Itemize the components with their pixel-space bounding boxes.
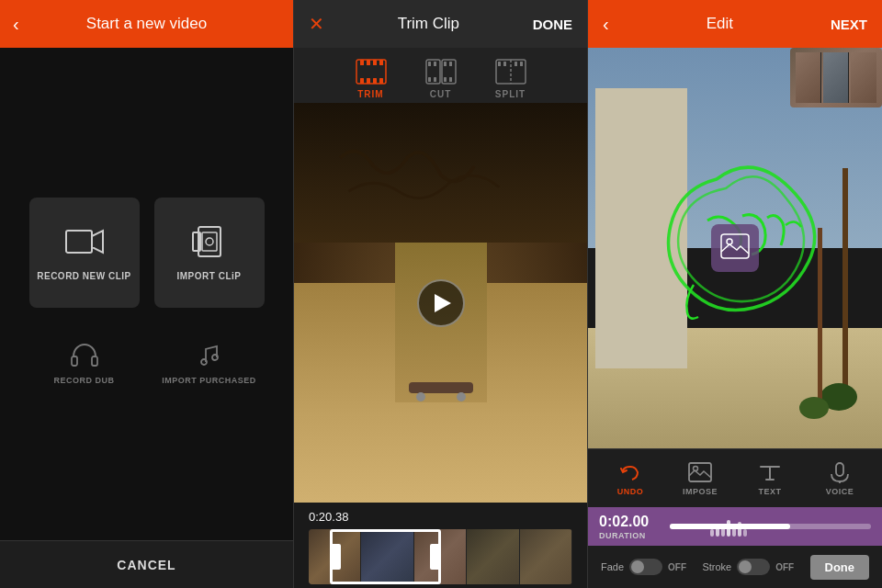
svg-rect-24 xyxy=(434,62,436,66)
text-button[interactable]: TEXT xyxy=(747,461,793,496)
text-label: TEXT xyxy=(758,487,781,496)
trim-tabs: TRIM CUT xyxy=(294,48,587,103)
svg-rect-10 xyxy=(92,356,97,366)
next-button[interactable]: NEXT xyxy=(831,17,867,32)
done-label: Done xyxy=(825,560,855,574)
fade-off-label: OFF xyxy=(668,562,686,572)
screen1-header: ‹ Start a new video xyxy=(0,0,293,48)
svg-rect-45 xyxy=(836,463,843,476)
svg-rect-35 xyxy=(514,62,517,66)
stroke-toggle[interactable] xyxy=(737,559,770,575)
thumb-inner xyxy=(790,48,882,107)
svg-point-8 xyxy=(206,238,213,245)
svg-rect-26 xyxy=(434,77,436,82)
screen-new-video: ‹ Start a new video RECORD NEW CLIP xyxy=(0,0,294,588)
timeline-container xyxy=(309,529,572,584)
impose-image-button[interactable] xyxy=(711,224,759,272)
tab-trim[interactable]: TRIM xyxy=(355,58,388,99)
tab-cut[interactable]: CUT xyxy=(424,58,458,99)
record-dub-label: RECORD DUB xyxy=(53,376,114,385)
fade-toggle[interactable] xyxy=(629,559,662,575)
impose-label: IMPOSE xyxy=(683,487,718,496)
record-new-clip-button[interactable]: RECORD NEW CLIP xyxy=(29,198,140,308)
edit-toolbar: UNDO IMPOSE TEXT xyxy=(588,448,882,507)
timecode-display: 0:20.38 xyxy=(309,510,572,524)
svg-rect-21 xyxy=(379,78,383,84)
svg-point-12 xyxy=(212,355,218,360)
svg-rect-30 xyxy=(444,77,447,82)
tab-split-label: SPLIT xyxy=(495,89,526,99)
svg-rect-16 xyxy=(373,60,377,65)
svg-rect-33 xyxy=(498,62,501,66)
duration-bar: 0:02.00 DURATION xyxy=(588,507,882,546)
duration-info: 0:02.00 DURATION xyxy=(599,514,659,540)
svg-marker-1 xyxy=(92,231,103,253)
import-purchased-label: IMPORT PURCHASED xyxy=(162,376,256,385)
import-purchased-button[interactable]: IMPORT PURCHASED xyxy=(154,335,265,390)
duration-slider[interactable] xyxy=(670,524,871,529)
svg-rect-17 xyxy=(379,60,383,65)
screen3-header: ‹ Edit NEXT xyxy=(588,0,882,48)
svg-rect-31 xyxy=(449,77,452,82)
play-button[interactable] xyxy=(417,279,465,327)
svg-rect-41 xyxy=(721,234,749,258)
svg-rect-29 xyxy=(449,62,452,66)
stroke-toggle-group: Stroke OFF xyxy=(702,559,794,575)
duration-time: 0:02.00 xyxy=(599,514,659,530)
cancel-label: CANCEL xyxy=(117,558,175,572)
secondary-actions-group: RECORD DUB IMPORT PURCHASED xyxy=(29,335,265,390)
frame-5 xyxy=(520,529,572,584)
import-clip-label: IMPORT CLiP xyxy=(177,271,242,281)
frame-3 xyxy=(414,529,467,584)
tab-split[interactable]: SPLIT xyxy=(494,58,527,99)
cancel-button[interactable]: CANCEL xyxy=(0,540,293,588)
svg-rect-20 xyxy=(373,78,377,84)
voice-button[interactable]: VOICE xyxy=(817,461,863,496)
film-roll-icon xyxy=(191,225,228,262)
stroke-off-label: OFF xyxy=(775,562,794,572)
main-actions-group: RECORD NEW CLIP IMP xyxy=(29,198,265,308)
video-camera-icon xyxy=(64,225,105,262)
headphone-icon xyxy=(70,342,99,371)
close-button[interactable]: ✕ xyxy=(309,13,324,35)
trim-done-button[interactable]: DONE xyxy=(533,17,572,32)
frame-2 xyxy=(361,529,413,584)
bottom-controls: Fade OFF Stroke OFF Done xyxy=(588,546,882,588)
svg-point-40 xyxy=(457,392,466,401)
timeline-section: 0:20.38 xyxy=(294,503,587,588)
impose-button[interactable]: IMPOSE xyxy=(677,461,723,496)
import-clip-button[interactable]: IMPORT CLiP xyxy=(154,198,265,308)
svg-rect-9 xyxy=(72,356,77,366)
record-dub-button[interactable]: RECORD DUB xyxy=(29,335,140,390)
done-button[interactable]: Done xyxy=(810,555,870,580)
voice-label: VOICE xyxy=(826,487,854,496)
screen2-title: Trim Clip xyxy=(398,15,459,33)
svg-rect-38 xyxy=(409,382,473,393)
svg-rect-23 xyxy=(428,62,431,66)
svg-rect-25 xyxy=(428,77,431,82)
screen-edit: ‹ Edit NEXT xyxy=(588,0,882,588)
edit-video-area xyxy=(588,48,882,448)
svg-rect-14 xyxy=(360,60,364,65)
stroke-label: Stroke xyxy=(702,561,731,572)
edit-back-button[interactable]: ‹ xyxy=(603,14,609,35)
fade-toggle-group: Fade OFF xyxy=(601,559,686,575)
back-button[interactable]: ‹ xyxy=(13,14,19,35)
screen1-content: RECORD NEW CLIP IMP xyxy=(0,48,293,540)
undo-button[interactable]: UNDO xyxy=(607,461,653,496)
duration-label: DURATION xyxy=(599,531,659,540)
music-note-icon xyxy=(197,342,222,371)
svg-rect-7 xyxy=(202,232,217,251)
svg-rect-18 xyxy=(360,78,364,84)
screen-trim-clip: ✕ Trim Clip DONE TRIM xyxy=(294,0,588,588)
tab-cut-label: CUT xyxy=(430,89,452,99)
screen2-header: ✕ Trim Clip DONE xyxy=(294,0,587,48)
svg-rect-0 xyxy=(66,231,92,253)
svg-rect-19 xyxy=(367,78,370,84)
record-clip-label: RECORD NEW CLIP xyxy=(37,271,131,281)
timeline-strip[interactable] xyxy=(309,529,572,584)
undo-label: UNDO xyxy=(617,487,644,496)
screen1-title: Start a new video xyxy=(86,15,207,33)
tab-trim-label: TRIM xyxy=(357,89,383,99)
frame-4 xyxy=(467,529,519,584)
